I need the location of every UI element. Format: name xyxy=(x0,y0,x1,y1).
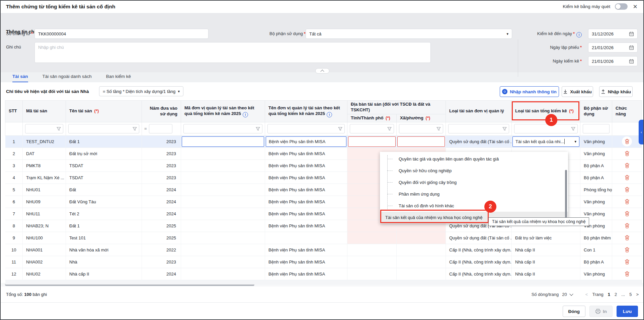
cell-ma-don-vi[interactable] xyxy=(181,147,265,159)
delete-row-button[interactable] xyxy=(622,209,632,219)
print-button[interactable]: In xyxy=(589,306,613,317)
cell-loai-ts-don-vi[interactable]: Cấp II (Nhà, công trình xây dựn... xyxy=(446,244,512,256)
cell-ma-don-vi[interactable] xyxy=(181,172,265,184)
cell-xa[interactable] xyxy=(397,244,446,256)
cell-ma-don-vi[interactable] xyxy=(181,232,265,244)
cell-bo-phan[interactable]: Bộ phận A xyxy=(580,256,612,268)
dropdown-item[interactable]: Phần mềm ứng dụng xyxy=(380,188,568,200)
cell-ten-tai-san[interactable]: TSDAT xyxy=(66,172,142,184)
cell-xa[interactable] xyxy=(397,268,446,280)
cell-loai-ts-don-vi[interactable]: Quyền sử dụng đất (Tài sản cố ... xyxy=(446,232,512,244)
cell-ma-tai-san[interactable]: Trạm KL Nậm Xé ... xyxy=(23,172,66,184)
cell-stt[interactable]: 10 xyxy=(5,244,23,256)
cell-ten-tai-san[interactable]: Đất Vũng Tàu xyxy=(66,196,142,208)
delete-row-button[interactable] xyxy=(622,173,632,183)
cell-ten-tai-san[interactable]: Nhà xyxy=(66,256,142,268)
cell-bo-phan[interactable]: Bộ phận A xyxy=(580,159,612,172)
calendar-icon[interactable] xyxy=(629,31,634,36)
cell-ten-tai-san[interactable]: Đất 1 xyxy=(66,135,142,147)
cell-loai-ts-tkk[interactable]: Nhà cấp II xyxy=(512,268,580,280)
delete-row-button[interactable] xyxy=(622,233,632,243)
cell-ma-tai-san[interactable]: NHA002 xyxy=(23,256,66,268)
tab-tai-san-ngoai-danh-sach[interactable]: Tài sản ngoài danh sách xyxy=(43,74,92,82)
cell-ma-tai-san[interactable]: NHAB23; N xyxy=(23,220,66,232)
cell-ma-tai-san[interactable]: NHU09 xyxy=(23,196,66,208)
cell-ten-tai-san[interactable]: Test 101 xyxy=(66,232,142,244)
cell-ten-tai-san[interactable]: Đất 1 xyxy=(66,220,142,232)
page-button[interactable]: 2 xyxy=(615,292,617,297)
cell-xa[interactable] xyxy=(397,256,446,268)
cell-ten-tai-san[interactable]: Đất trụ sở mới xyxy=(66,147,142,159)
cell-loai-ts-tkk[interactable]: Nhà cấp II xyxy=(512,244,580,256)
cell-ten-tai-san[interactable]: Đất xyxy=(66,184,142,196)
cell-ma-tai-san[interactable]: TEST_DNTU2 xyxy=(23,135,66,147)
filter-ten-don-vi[interactable] xyxy=(267,124,345,133)
cell-tinh[interactable] xyxy=(347,268,397,280)
delete-row-button[interactable] xyxy=(622,185,632,195)
tab-tai-san[interactable]: Tài sản xyxy=(12,74,28,82)
next-page-button[interactable]: > xyxy=(636,292,639,297)
cell-nam[interactable]: 2023 xyxy=(142,256,181,268)
cell-stt[interactable]: 3 xyxy=(5,159,23,172)
so-chung-tu-input[interactable]: TKK00000004 xyxy=(34,29,209,39)
delete-row-button[interactable] xyxy=(622,148,632,158)
cell-nam[interactable]: 2023 xyxy=(142,135,181,147)
delete-row-button[interactable] xyxy=(622,161,632,171)
cell-ten-tai-san[interactable]: Tét 2 xyxy=(66,208,142,220)
filter-ma-tai-san[interactable] xyxy=(25,124,63,133)
cell-nam[interactable]: 2025 xyxy=(142,220,181,232)
cell-stt[interactable]: 12 xyxy=(5,268,23,280)
cell-bo-phan[interactable]: Văn phòng xyxy=(580,147,612,159)
ghi-chu-textarea[interactable]: Nhập ghi chú xyxy=(34,42,431,63)
cell-ten-tai-san[interactable]: Nhà cấp II xyxy=(66,268,142,280)
cell-stt[interactable]: 9 xyxy=(5,232,23,244)
cell-stt[interactable]: 4 xyxy=(5,172,23,184)
cell-bo-phan[interactable]: Bộ phận thêm xyxy=(580,232,612,244)
side-panel-toggle[interactable]: ‹ xyxy=(639,120,644,144)
cell-ma-tai-san[interactable]: DAT xyxy=(23,147,66,159)
cell-ma-don-vi[interactable] xyxy=(181,196,265,208)
delete-row-button[interactable] xyxy=(622,136,632,146)
delete-row-button[interactable] xyxy=(622,221,632,231)
cell-nam[interactable]: 2022 xyxy=(142,244,181,256)
ngay-lap-phieu-input[interactable]: 21/01/2026 xyxy=(588,42,638,52)
dropdown-scrollbar[interactable] xyxy=(565,170,567,221)
quick-input-button[interactable]: Nhập nhanh thông tin xyxy=(500,86,559,97)
cell-ten-don-vi[interactable] xyxy=(265,232,347,244)
cell-nam[interactable]: 2024 xyxy=(142,196,181,208)
filter-equals-operator[interactable]: = xyxy=(144,126,147,131)
cell-ten-don-vi[interactable]: Bệnh viện Phụ sản tỉnh MISA xyxy=(265,244,347,256)
delete-row-button[interactable] xyxy=(622,269,632,279)
close-button[interactable]: Đóng xyxy=(563,306,586,317)
cell-nam[interactable]: 2024 xyxy=(142,268,181,280)
cell-stt[interactable]: 7 xyxy=(5,208,23,220)
filter-bo-phan[interactable] xyxy=(583,124,610,133)
filter-loai-ts-don-vi[interactable] xyxy=(448,124,509,133)
page-button[interactable]: 1 xyxy=(608,292,610,297)
page-button[interactable]: 5 xyxy=(629,292,632,297)
cell-ma-don-vi[interactable] xyxy=(181,256,265,268)
scan-toggle-switch[interactable] xyxy=(615,3,628,10)
filter-nam[interactable] xyxy=(149,124,172,133)
cell-tinh[interactable] xyxy=(347,232,397,244)
ma-don-vi-input[interactable] xyxy=(182,136,264,147)
loai-ts-tkk-combobox[interactable]: Tài sản kết quả của nhi... ▾ xyxy=(512,136,579,147)
cell-tinh[interactable] xyxy=(347,256,397,268)
dropdown-item[interactable]: Tài sản cố định vô hình khác xyxy=(380,200,568,212)
collapse-section-button[interactable] xyxy=(315,68,329,74)
cell-ma-tai-san[interactable]: NHU01 xyxy=(23,184,66,196)
cell-ten-don-vi[interactable]: Bệnh viện Phụ sản tỉnh MISA xyxy=(265,220,347,232)
dropdown-item[interactable]: Quyền sở hữu công nghiệp xyxy=(380,165,568,177)
cell-nam[interactable]: 2024 xyxy=(142,184,181,196)
filter-ma-don-vi[interactable] xyxy=(183,124,262,133)
cell-ten-don-vi[interactable]: Bệnh viện Phụ sản tỉnh MISA xyxy=(265,256,347,268)
prev-page-button[interactable]: < xyxy=(585,292,588,297)
cell-ma-don-vi[interactable] xyxy=(181,268,265,280)
cell-ten-tai-san[interactable]: TSDAT xyxy=(66,159,142,172)
cell-nam[interactable]: 2023 xyxy=(142,159,181,172)
ten-don-vi-input[interactable]: Bệnh viện Phụ sản tỉnh MISA xyxy=(266,136,346,147)
calendar-icon[interactable] xyxy=(629,59,634,64)
cell-bo-phan[interactable]: Phòng tổng hợp xyxy=(580,184,612,196)
cell-ma-tai-san[interactable]: NHU11 xyxy=(23,208,66,220)
cell-bo-phan[interactable]: Văn phòng xyxy=(580,268,612,280)
